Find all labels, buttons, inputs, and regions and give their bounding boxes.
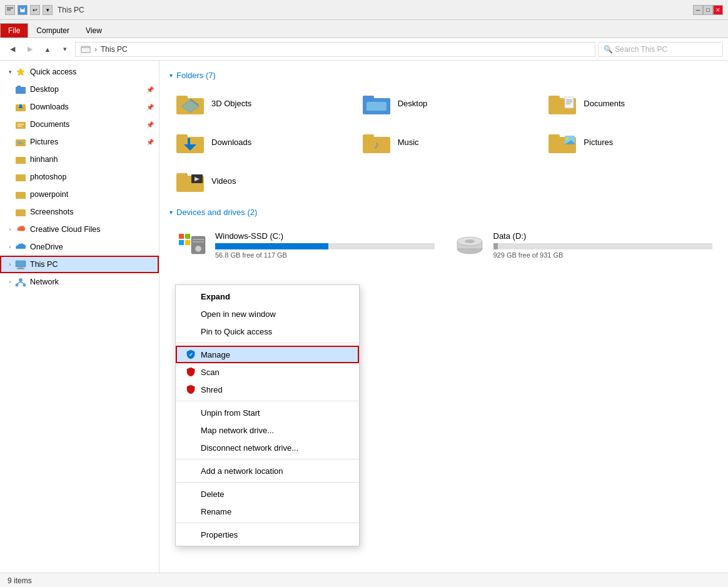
drive-d-info: Data (D:) 929 GB free of 931 GB <box>493 231 713 259</box>
folder-pictures[interactable]: Pictures <box>542 125 718 159</box>
tab-file[interactable]: File <box>0 23 28 38</box>
folder-documents-label: Documents <box>584 99 625 108</box>
drives-grid: Windows-SSD (C:) 56.8 GB free of 117 GB <box>169 223 718 267</box>
sidebar-item-creativecloud[interactable]: › Creative Cloud Files <box>0 221 159 238</box>
ctx-manage[interactable]: ✓ Manage <box>176 346 359 363</box>
folder-videos[interactable]: Videos <box>169 164 346 198</box>
ctx-delete[interactable]: Delete <box>176 485 359 503</box>
sidebar-pictures-label: Pictures <box>30 138 58 146</box>
sidebar-item-desktop[interactable]: Desktop 📌 <box>0 81 159 98</box>
folders-section-header[interactable]: ▾ Folders (7) <box>169 71 718 80</box>
sidebar-item-hinhanh[interactable]: hinhanh <box>0 151 159 168</box>
sidebar-item-network[interactable]: › Network <box>0 273 159 291</box>
tab-view[interactable]: View <box>78 23 110 38</box>
folder-downloads[interactable]: Downloads <box>169 125 346 159</box>
svg-rect-46 <box>188 138 190 144</box>
drive-d[interactable]: Data (D:) 929 GB free of 931 GB <box>448 223 719 267</box>
svg-line-30 <box>21 282 24 284</box>
minimize-btn[interactable]: ─ <box>693 5 703 15</box>
ctx-pin-quickaccess[interactable]: Pin to Quick access <box>176 323 359 340</box>
svg-rect-65 <box>193 239 204 240</box>
svg-rect-23 <box>16 261 26 267</box>
folder-documents[interactable]: Documents <box>542 86 718 120</box>
close-btn[interactable]: ✕ <box>713 5 723 15</box>
ctx-shred[interactable]: Shred <box>176 381 359 398</box>
svg-rect-8 <box>17 86 21 88</box>
svg-rect-5 <box>81 48 90 53</box>
breadcrumb: › <box>94 45 97 54</box>
disconnect-icon <box>186 443 196 453</box>
maximize-btn[interactable]: □ <box>703 5 713 15</box>
sidebar-item-powerpoint[interactable]: powerpoint <box>0 186 159 203</box>
search-box[interactable]: 🔍 Search This PC <box>598 42 723 57</box>
folders-grid: 3D Objects Desktop <box>169 86 718 198</box>
svg-rect-40 <box>565 97 574 108</box>
sidebar-item-onedrive[interactable]: › OneDrive <box>0 238 159 256</box>
svg-rect-3 <box>21 8 24 9</box>
svg-rect-36 <box>363 96 374 99</box>
manage-shield-icon: ✓ <box>186 349 196 359</box>
ctx-rename[interactable]: Rename <box>176 503 359 520</box>
svg-rect-57 <box>176 173 188 177</box>
onedrive-icon <box>15 241 26 253</box>
folder-3dobjects-icon <box>175 91 205 116</box>
sidebar-item-documents[interactable]: Documents 📌 <box>0 116 159 133</box>
sidebar-item-screenshots[interactable]: Screenshots <box>0 203 159 221</box>
folder-music-icon: ♪ <box>361 129 392 154</box>
svg-rect-52 <box>549 134 560 138</box>
svg-rect-22 <box>16 209 26 216</box>
powerpoint-folder-icon <box>15 189 26 200</box>
ctx-map-network[interactable]: Map network drive... <box>176 421 359 439</box>
ctx-add-network-location[interactable]: Add a network location <box>176 462 359 479</box>
ctx-properties[interactable]: Properties <box>176 526 359 543</box>
sidebar-wallpaper-area <box>0 291 159 403</box>
svg-marker-6 <box>17 68 24 76</box>
drives-section-header[interactable]: ▾ Devices and drives (2) <box>169 208 718 217</box>
undo-toolbar-btn[interactable]: ↩ <box>30 5 40 15</box>
network-expand-arrow: › <box>5 277 15 287</box>
ctx-divider-1 <box>176 343 359 343</box>
drive-d-icon <box>453 230 486 260</box>
ctx-disconnect-network[interactable]: Disconnect network drive... <box>176 439 359 456</box>
forward-btn[interactable]: ▶ <box>23 42 38 57</box>
up-btn[interactable]: ▲ <box>40 42 55 57</box>
quickaccess-label: Quick access <box>30 68 76 76</box>
folders-chevron-icon: ▾ <box>169 72 173 79</box>
sidebar-item-thispc[interactable]: › This PC <box>0 256 159 273</box>
thispc-expand-arrow: › <box>5 259 15 269</box>
tab-computer[interactable]: Computer <box>28 23 78 38</box>
delete-icon <box>186 489 196 499</box>
quick-access-toolbar[interactable] <box>5 5 15 15</box>
sidebar-item-downloads[interactable]: Downloads 📌 <box>0 98 159 116</box>
folder-desktop[interactable]: Desktop <box>356 86 532 120</box>
back-btn[interactable]: ◀ <box>5 42 20 57</box>
sidebar-item-pictures[interactable]: Pictures 📌 <box>0 133 159 151</box>
sidebar-downloads-label: Downloads <box>30 103 69 111</box>
breadcrumb-thispc[interactable]: This PC <box>101 45 128 54</box>
svg-rect-12 <box>16 122 26 129</box>
sidebar-thispc-label: This PC <box>30 260 58 269</box>
drives-header-label: Devices and drives (2) <box>176 208 257 217</box>
recent-btn[interactable]: ▾ <box>58 42 73 57</box>
ctx-scan[interactable]: Scan <box>176 363 359 381</box>
svg-rect-61 <box>185 234 190 239</box>
ctx-unpin-start[interactable]: Unpin from Start <box>176 404 359 421</box>
svg-rect-62 <box>179 240 184 245</box>
address-path[interactable]: › This PC <box>75 42 595 57</box>
svg-rect-19 <box>16 157 20 159</box>
sidebar-photoshop-label: photoshop <box>30 173 66 181</box>
svg-rect-60 <box>179 234 184 239</box>
folder-pictures-label: Pictures <box>584 138 613 147</box>
save-toolbar-btn[interactable] <box>18 5 28 15</box>
sidebar-item-photoshop[interactable]: photoshop <box>0 168 159 186</box>
folder-pictures-icon <box>547 129 577 154</box>
status-bar: 9 items <box>0 573 728 587</box>
folder-music[interactable]: ♪ Music <box>356 125 532 159</box>
ctx-open-new-window[interactable]: Open in new window <box>176 305 359 323</box>
drive-c[interactable]: Windows-SSD (C:) 56.8 GB free of 117 GB <box>169 223 440 267</box>
folder-3dobjects[interactable]: 3D Objects <box>169 86 346 120</box>
sidebar-quickaccess[interactable]: ▾ Quick access <box>0 63 159 81</box>
ctx-expand[interactable]: Expand <box>176 288 359 305</box>
title-bar-controls: ↩ ▾ <box>5 5 53 15</box>
customize-toolbar-btn[interactable]: ▾ <box>43 5 53 15</box>
